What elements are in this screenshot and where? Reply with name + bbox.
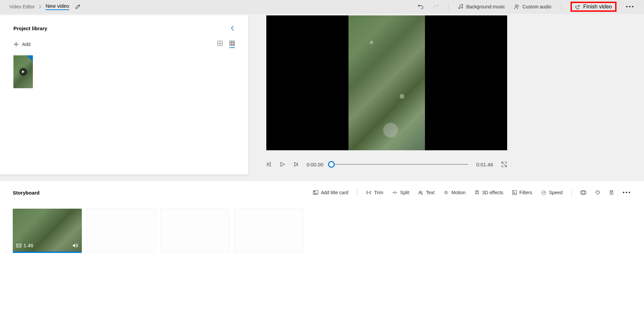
add-label: Add [22,42,31,47]
svg-marker-7 [281,162,284,166]
used-in-storyboard-icon [27,55,33,61]
project-library-panel: Project library Add [0,15,248,174]
motion-icon [443,190,449,195]
seek-bar[interactable] [331,164,468,165]
svg-point-18 [513,193,514,194]
svg-marker-5 [268,162,270,166]
3d-effects-label: 3D effects [482,190,503,195]
add-media-button[interactable]: Add [13,42,31,47]
trim-button[interactable]: Trim [366,190,383,195]
add-title-card-button[interactable]: Add title card [313,190,348,195]
play-button[interactable] [280,162,285,167]
finish-video-button[interactable]: Finish video [571,2,616,12]
text-icon [418,190,423,195]
svg-rect-3 [230,41,234,46]
library-header: Project library [13,25,235,31]
storyboard-tools: Add title card Trim Split Text Motion [313,189,631,196]
grid-large-button[interactable] [217,41,223,48]
3d-effects-icon [474,190,480,195]
filmstrip-icon [16,244,21,248]
svg-rect-24 [16,244,21,247]
svg-rect-11 [314,191,315,192]
storyboard-track: 1.46 [13,209,631,253]
speed-icon [541,190,546,195]
add-title-card-label: Add title card [321,190,348,195]
title-card-icon [313,190,318,195]
svg-rect-21 [581,191,586,194]
library-items [13,55,235,88]
svg-point-16 [475,194,476,194]
resize-button[interactable] [580,190,586,195]
library-clip-thumbnail[interactable] [13,55,33,88]
fullscreen-button[interactable] [501,161,507,167]
audio-person-icon [514,4,520,9]
filters-icon [512,190,517,195]
svg-point-15 [478,194,479,194]
export-icon [575,4,581,9]
rename-icon[interactable] [75,4,80,9]
clip-audio-icon[interactable] [72,243,78,248]
custom-audio-button[interactable]: Custom audio [514,4,551,9]
text-button[interactable]: Text [418,190,435,195]
top-bar: Video Editor New video Background music … [0,0,644,13]
trim-icon [366,190,371,195]
total-time: 0:01.46 [476,162,493,167]
speed-label: Speed [549,190,562,195]
seek-thumb[interactable] [328,161,335,168]
filters-label: Filters [520,190,532,195]
storyboard-clip[interactable]: 1.46 [13,209,82,253]
storyboard-panel: Storyboard Add title card Trim Split Tex… [0,181,644,318]
storyboard-slot-empty[interactable] [87,209,156,253]
breadcrumb: Video Editor New video [9,3,69,10]
undo-button[interactable] [418,4,424,10]
separator [571,189,572,196]
split-button[interactable]: Split [392,190,409,195]
breadcrumb-root[interactable]: Video Editor [9,4,35,9]
3d-effects-button[interactable]: 3D effects [474,190,503,195]
more-button[interactable]: ••• [626,4,635,10]
background-music-label: Background music [466,4,505,9]
library-toolbar: Add [13,41,235,48]
custom-audio-label: Custom audio [522,4,551,9]
split-icon [392,190,397,195]
storyboard-header: Storyboard Add title card Trim Split Tex… [13,187,631,198]
svg-point-20 [543,193,544,193]
separator [357,189,357,196]
view-toggle [217,41,235,48]
top-bar-right: Background music Custom audio Finish vid… [418,2,635,12]
next-frame-button[interactable] [293,162,299,167]
collapse-library-button[interactable] [230,25,235,31]
background-music-button[interactable]: Background music [458,4,505,9]
delete-button[interactable] [609,190,614,195]
chevron-right-icon [39,5,42,9]
storyboard-more-button[interactable]: ••• [623,190,631,196]
storyboard-slot-empty[interactable] [234,209,303,253]
motion-button[interactable]: Motion [443,190,466,195]
clip-duration-label: 1.46 [23,243,33,248]
breadcrumb-current[interactable]: New video [46,3,69,10]
library-title: Project library [13,25,47,31]
preview-controls: 0:00.00 0:01.46 [266,158,507,171]
rotate-button[interactable] [595,190,600,195]
svg-point-14 [445,192,447,194]
play-overlay-icon [19,68,27,76]
motion-label: Motion [451,190,466,195]
svg-marker-8 [294,162,297,166]
redo-button[interactable] [433,4,439,10]
svg-point-0 [515,5,517,7]
separator [561,3,561,10]
storyboard-title: Storyboard [13,190,40,196]
speed-button[interactable]: Speed [541,190,562,195]
svg-marker-4 [22,70,24,73]
storyboard-slot-empty[interactable] [160,209,229,253]
text-label: Text [426,190,435,195]
trim-label: Trim [374,190,383,195]
clip-duration: 1.46 [16,243,33,248]
grid-small-button[interactable] [229,41,235,48]
filters-button[interactable]: Filters [512,190,532,195]
preview-frame [348,15,425,150]
prev-frame-button[interactable] [266,162,272,167]
finish-video-label: Finish video [583,4,612,10]
separator [448,3,449,10]
preview-viewport [266,15,507,150]
